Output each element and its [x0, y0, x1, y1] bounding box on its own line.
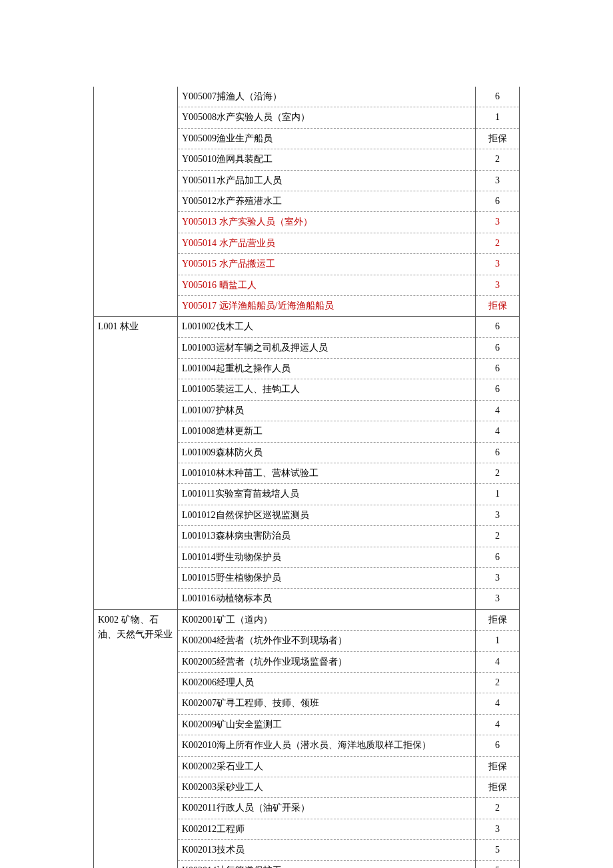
occupation-desc: L001004起重机之操作人员 [178, 359, 476, 379]
risk-level: 2 [476, 149, 520, 170]
occupation-desc: K002002采石业工人 [178, 756, 476, 777]
occupation-desc: Y005017 远洋渔船船员/近海渔船船员 [178, 295, 476, 316]
occupation-desc: Y005010渔网具装配工 [178, 149, 476, 170]
occupation-desc: L001008造林更新工 [178, 421, 476, 442]
risk-level: 3 [476, 170, 520, 191]
occupation-desc: Y005013 水产实验人员（室外） [178, 212, 476, 233]
risk-level: 6 [476, 87, 520, 107]
occupation-desc: K002012工程师 [178, 819, 476, 839]
table-row: K002 矿物、石油、天然气开采业K002001矿工（道内）拒保 [94, 609, 520, 630]
occupation-desc: K002004经营者（坑外作业不到现场者） [178, 631, 476, 651]
risk-level: 2 [476, 672, 520, 693]
risk-level: 6 [476, 735, 520, 756]
risk-level: 2 [476, 526, 520, 547]
occupation-desc: K002005经营者（坑外作业现场监督者） [178, 651, 476, 672]
risk-level: 6 [476, 442, 520, 463]
occupation-desc: L001015野生植物保护员 [178, 567, 476, 588]
category-cell [94, 87, 178, 317]
risk-level: 拒保 [476, 756, 520, 777]
occupation-desc: L001014野生动物保护员 [178, 547, 476, 567]
risk-level: 拒保 [476, 609, 520, 630]
occupation-desc: Y005011水产品加工人员 [178, 170, 476, 191]
occupation-desc: K002014油气管道保护工 [178, 861, 476, 868]
occupation-desc: L001016动植物标本员 [178, 589, 476, 609]
occupation-desc: L001011实验室育苗栽培人员 [178, 484, 476, 505]
occupation-desc: L001002伐木工人 [178, 317, 476, 337]
occupation-desc: L001003运材车辆之司机及押运人员 [178, 337, 476, 358]
category-cell: L001 林业 [94, 317, 178, 609]
occupation-desc: K002007矿寻工程师、技师、领班 [178, 693, 476, 714]
occupation-desc: Y005012水产养殖潜水工 [178, 191, 476, 211]
risk-level: 3 [476, 275, 520, 295]
occupation-table: Y005007捕渔人（沿海）6Y005008水产实验人员（室内）1Y005009… [93, 87, 520, 868]
occupation-desc: K002010海上所有作业人员（潜水员、海洋地质取样工拒保） [178, 735, 476, 756]
occupation-desc: Y005014 水产品营业员 [178, 233, 476, 253]
risk-level: 3 [476, 589, 520, 609]
risk-level: 1 [476, 107, 520, 128]
occupation-desc: K002003采砂业工人 [178, 777, 476, 797]
risk-level: 2 [476, 798, 520, 819]
risk-level: 2 [476, 463, 520, 484]
risk-level: 拒保 [476, 295, 520, 316]
table-row: Y005007捕渔人（沿海）6 [94, 87, 520, 107]
risk-level: 2 [476, 233, 520, 253]
occupation-desc: K002013技术员 [178, 840, 476, 861]
occupation-desc: K002001矿工（道内） [178, 609, 476, 630]
risk-level: 3 [476, 254, 520, 275]
risk-level: 拒保 [476, 128, 520, 149]
occupation-desc: Y005007捕渔人（沿海） [178, 87, 476, 107]
risk-level: 3 [476, 212, 520, 233]
occupation-desc: Y005016 晒盐工人 [178, 275, 476, 295]
occupation-desc: K002011行政人员（油矿开采） [178, 798, 476, 819]
risk-level: 4 [476, 400, 520, 421]
risk-level: 1 [476, 631, 520, 651]
category-cell: K002 矿物、石油、天然气开采业 [94, 609, 178, 868]
risk-level: 4 [476, 714, 520, 735]
table-row: L001 林业L001002伐木工人6 [94, 317, 520, 337]
risk-level: 6 [476, 317, 520, 337]
risk-level: 6 [476, 547, 520, 567]
occupation-desc: K002006经理人员 [178, 672, 476, 693]
risk-level: 6 [476, 379, 520, 400]
risk-level: 3 [476, 819, 520, 839]
risk-level: 6 [476, 337, 520, 358]
occupation-desc: L001012自然保护区巡视监测员 [178, 505, 476, 525]
occupation-desc: Y005015 水产品搬运工 [178, 254, 476, 275]
risk-level: 4 [476, 421, 520, 442]
occupation-desc: Y005009渔业生产船员 [178, 128, 476, 149]
occupation-desc: L001007护林员 [178, 400, 476, 421]
occupation-desc: L001010林木种苗工、营林试验工 [178, 463, 476, 484]
risk-level: 3 [476, 567, 520, 588]
occupation-desc: L001013森林病虫害防治员 [178, 526, 476, 547]
risk-level: 5 [476, 840, 520, 861]
risk-level: 1 [476, 484, 520, 505]
risk-level: 拒保 [476, 777, 520, 797]
occupation-desc: L001009森林防火员 [178, 442, 476, 463]
occupation-desc: K002009矿山安全监测工 [178, 714, 476, 735]
risk-level: 5 [476, 861, 520, 868]
occupation-desc: Y005008水产实验人员（室内） [178, 107, 476, 128]
occupation-desc: L001005装运工人、挂钩工人 [178, 379, 476, 400]
risk-level: 4 [476, 651, 520, 672]
risk-level: 6 [476, 359, 520, 379]
risk-level: 3 [476, 505, 520, 525]
risk-level: 6 [476, 191, 520, 211]
risk-level: 4 [476, 693, 520, 714]
